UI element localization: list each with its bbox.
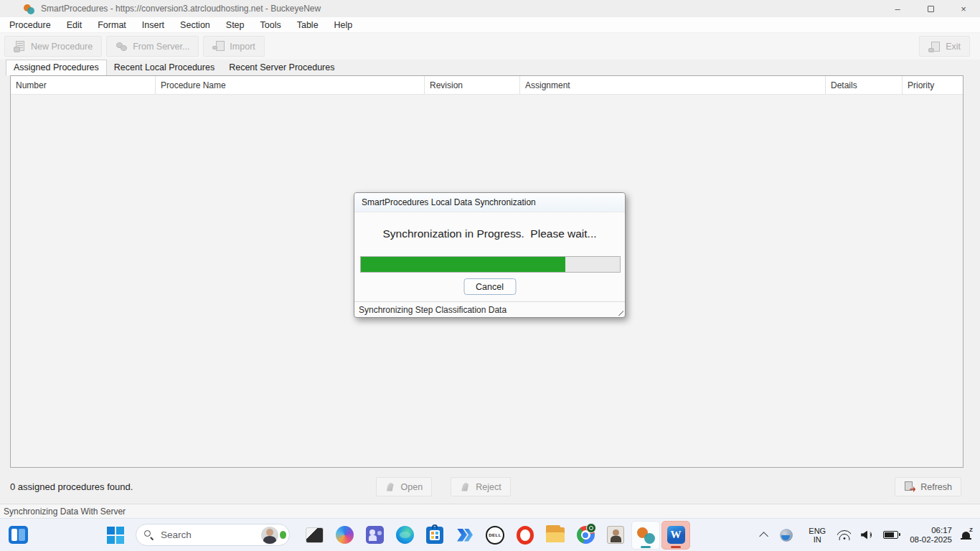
title-bar: SmartProcedures - https://conversion3.at… <box>0 0 980 17</box>
sync-status-row: Synchronizing Step Classification Data <box>354 301 625 317</box>
opera-button[interactable] <box>511 521 540 550</box>
new-procedure-label: New Procedure <box>31 42 93 52</box>
opera-icon <box>517 526 534 545</box>
start-button[interactable] <box>107 527 124 544</box>
clock-date[interactable]: 06:17 08-02-2025 <box>910 526 952 545</box>
search-icon <box>144 530 154 540</box>
new-procedure-button[interactable]: New Procedure <box>4 36 102 57</box>
procedures-tabstrip: Assigned Procedures Recent Local Procedu… <box>0 60 980 75</box>
refresh-label: Refresh <box>920 482 952 492</box>
open-button[interactable]: Open <box>376 477 433 496</box>
footer-bar: 0 assigned procedures found. Open Reject… <box>0 470 980 504</box>
contacts-button[interactable] <box>601 521 630 550</box>
tab-recent-server-procedures[interactable]: Recent Server Procedures <box>222 60 341 75</box>
sync-status-text: Synchronizing Step Classification Data <box>359 305 507 315</box>
search-highlight-avatar[interactable] <box>261 527 278 544</box>
file-explorer-icon <box>546 527 565 542</box>
menu-format[interactable]: Format <box>90 17 134 33</box>
language-code: ENG <box>809 527 826 535</box>
restore-button[interactable] <box>914 0 947 17</box>
status-text: Synchronizing Data With Server <box>4 507 126 517</box>
column-revision[interactable]: Revision <box>425 76 520 95</box>
language-indicator[interactable]: ENG IN <box>809 527 826 544</box>
teams-button[interactable] <box>360 521 389 550</box>
menu-table[interactable]: Table <box>289 17 326 33</box>
tab-assigned-procedures[interactable]: Assigned Procedures <box>6 60 107 75</box>
tab-recent-local-procedures[interactable]: Recent Local Procedures <box>107 60 222 75</box>
column-number[interactable]: Number <box>11 76 156 95</box>
reject-button[interactable]: Reject <box>451 477 510 496</box>
smartprocedures-taskbar-button[interactable] <box>631 521 660 550</box>
sync-dialog-title: SmartProcedures Local Data Synchronizati… <box>362 197 536 207</box>
attention-app-indicator <box>671 546 681 548</box>
window-title: SmartProcedures - https://conversion3.at… <box>41 4 321 14</box>
search-highlight-balloon-icon <box>280 531 286 539</box>
windows-taskbar: DELL W ENG IN 06:17 08-02-2025 Z <box>0 518 980 551</box>
import-button[interactable]: Import <box>203 36 264 57</box>
language-region: IN <box>809 535 826 544</box>
open-label: Open <box>401 482 423 492</box>
chevron-up-icon[interactable] <box>760 532 769 541</box>
copilot-icon <box>336 526 354 544</box>
menu-insert[interactable]: Insert <box>134 17 172 33</box>
refresh-icon <box>904 481 915 492</box>
reject-label: Reject <box>476 482 501 492</box>
status-bar: Synchronizing Data With Server <box>0 504 980 518</box>
tray-hidden-app-icon[interactable] <box>780 529 793 542</box>
copilot-button[interactable] <box>330 521 359 550</box>
active-app-indicator <box>641 546 651 548</box>
new-procedure-icon <box>14 41 26 52</box>
smartprocedures-logo-icon <box>24 4 34 14</box>
microsoft-store-button[interactable] <box>420 521 449 550</box>
word-icon: W <box>667 526 685 544</box>
assigned-count-text: 0 assigned procedures found. <box>10 481 376 492</box>
column-procedure-name[interactable]: Procedure Name <box>156 76 425 95</box>
taskbar-search[interactable] <box>136 524 290 546</box>
word-taskbar-button[interactable]: W <box>661 521 690 550</box>
volume-icon[interactable] <box>861 530 873 540</box>
teams-icon <box>366 526 384 544</box>
chrome-button[interactable] <box>571 521 600 550</box>
column-assignment[interactable]: Assignment <box>520 76 826 95</box>
smartprocedures-icon <box>637 526 655 544</box>
from-server-label: From Server... <box>133 42 189 52</box>
do-not-disturb-z: Z <box>969 527 974 533</box>
cancel-button[interactable]: Cancel <box>463 278 516 295</box>
sync-dialog-titlebar[interactable]: SmartProcedures Local Data Synchronizati… <box>354 193 625 212</box>
column-details[interactable]: Details <box>826 76 903 95</box>
chrome-icon <box>577 526 595 544</box>
menu-edit[interactable]: Edit <box>59 17 90 33</box>
from-server-button[interactable]: From Server... <box>106 36 199 57</box>
power-automate-button[interactable] <box>451 521 479 550</box>
minimize-button[interactable]: – <box>881 0 914 17</box>
desktop-preview-button[interactable] <box>300 521 329 550</box>
menu-step[interactable]: Step <box>218 17 253 33</box>
menu-tools[interactable]: Tools <box>253 17 289 33</box>
menu-bar: Procedure Edit Format Insert Section Ste… <box>0 17 980 33</box>
notification-bell-icon[interactable]: Z <box>961 529 971 540</box>
from-server-icon <box>116 41 128 52</box>
wifi-icon[interactable] <box>837 530 851 540</box>
menu-section[interactable]: Section <box>172 17 218 33</box>
file-explorer-button[interactable] <box>541 521 570 550</box>
dell-button[interactable]: DELL <box>481 521 509 550</box>
power-automate-icon <box>456 527 473 544</box>
reject-icon <box>460 482 471 492</box>
widgets-icon[interactable] <box>9 526 28 544</box>
search-input[interactable] <box>161 529 261 540</box>
sync-progress-bar <box>360 256 621 273</box>
refresh-button[interactable]: Refresh <box>895 477 961 496</box>
resize-grip[interactable] <box>616 309 623 316</box>
close-button[interactable]: × <box>947 0 980 17</box>
exit-button[interactable]: Exit <box>919 36 970 57</box>
battery-icon[interactable] <box>883 531 898 539</box>
restore-icon <box>928 6 934 12</box>
sync-dialog: SmartProcedures Local Data Synchronizati… <box>354 192 626 318</box>
column-priority[interactable]: Priority <box>903 76 963 95</box>
menu-help[interactable]: Help <box>326 17 361 33</box>
menu-procedure[interactable]: Procedure <box>1 17 59 33</box>
taskbar-app-icons: DELL W <box>300 521 692 550</box>
edge-button[interactable] <box>390 521 419 550</box>
import-icon <box>212 41 225 52</box>
exit-icon <box>928 41 941 52</box>
